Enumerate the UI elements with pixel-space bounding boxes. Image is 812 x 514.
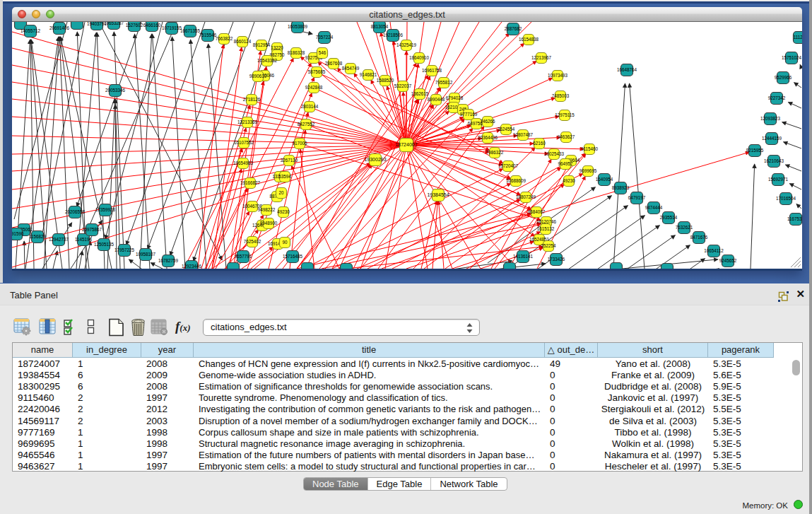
svg-text:5322037: 5322037 [394, 83, 412, 88]
svg-text:19300293: 19300293 [364, 157, 386, 162]
svg-text:18807249: 18807249 [516, 194, 536, 199]
svg-text:20: 20 [278, 190, 284, 195]
svg-text:1588520: 1588520 [377, 78, 394, 83]
svg-text:6466160: 6466160 [143, 23, 161, 28]
svg-text:10958107: 10958107 [136, 252, 156, 257]
svg-text:1145194: 1145194 [75, 237, 93, 242]
svg-text:12213369: 12213369 [237, 119, 258, 124]
svg-text:2718126: 2718126 [243, 97, 261, 102]
svg-text:10025433: 10025433 [544, 151, 565, 156]
svg-text:2867608: 2867608 [325, 61, 343, 66]
svg-text:9657791: 9657791 [235, 254, 252, 259]
svg-text:7986322: 7986322 [486, 150, 504, 155]
svg-text:15751024: 15751024 [782, 55, 802, 60]
svg-text:20691406: 20691406 [49, 25, 70, 30]
svg-text:16543382: 16543382 [257, 58, 278, 63]
svg-text:17957225: 17957225 [114, 247, 135, 252]
svg-text:964957: 964957 [558, 161, 573, 166]
svg-text:62160: 62160 [533, 141, 546, 146]
svg-text:9699695: 9699695 [579, 168, 597, 173]
svg-text:12093823: 12093823 [760, 116, 781, 121]
svg-text:6794028: 6794028 [446, 95, 464, 100]
svg-text:15692971: 15692971 [768, 177, 789, 182]
svg-text:20206558: 20206558 [65, 209, 86, 214]
svg-text:9684067: 9684067 [528, 209, 546, 214]
svg-text:10688609: 10688609 [506, 178, 526, 183]
svg-text:2803144: 2803144 [301, 104, 319, 109]
svg-text:9777169: 9777169 [460, 112, 478, 117]
svg-text:16107552: 16107552 [234, 140, 254, 145]
svg-text:19218506: 19218506 [383, 33, 404, 37]
svg-text:15716485: 15716485 [283, 254, 303, 259]
svg-text:10973493: 10973493 [548, 73, 568, 78]
svg-text:1615132: 1615132 [537, 226, 555, 231]
svg-text:12444159: 12444159 [762, 136, 782, 141]
svg-text:3267130: 3267130 [281, 158, 298, 163]
svg-text:15720407: 15720407 [498, 163, 519, 168]
svg-text:7632621: 7632621 [676, 225, 693, 230]
svg-text:14136141: 14136141 [513, 254, 534, 259]
svg-text:11120: 11120 [794, 35, 802, 40]
svg-text:49230: 49230 [563, 178, 575, 183]
svg-text:17359928: 17359928 [95, 207, 116, 212]
svg-text:12942737: 12942737 [49, 237, 69, 242]
svg-text:19654983: 19654983 [233, 160, 254, 165]
svg-text:1733426: 1733426 [548, 257, 565, 262]
svg-text:9146821: 9146821 [360, 72, 377, 77]
svg-text:8912954: 8912954 [253, 42, 271, 47]
svg-text:17016504: 17016504 [776, 196, 796, 201]
svg-text:16671355: 16671355 [180, 28, 201, 33]
svg-text:917006: 917006 [292, 141, 307, 146]
svg-text:12213967: 12213967 [531, 55, 552, 60]
svg-text:16961758: 16961758 [422, 68, 442, 73]
svg-text:2887682: 2887682 [505, 26, 522, 31]
svg-text:10807487: 10807487 [513, 132, 534, 137]
svg-text:9529966: 9529966 [775, 75, 792, 80]
svg-text:5875685: 5875685 [308, 69, 326, 74]
svg-text:1156829: 1156829 [29, 234, 47, 239]
svg-text:7625402: 7625402 [244, 239, 261, 244]
svg-text:20053346: 20053346 [105, 88, 126, 93]
svg-text:19384554: 19384554 [427, 192, 449, 197]
svg-text:391590: 391590 [12, 231, 24, 236]
svg-text:1362615: 1362615 [411, 91, 429, 96]
svg-text:9227342: 9227342 [768, 95, 786, 100]
svg-text:18640910: 18640910 [409, 55, 430, 60]
svg-text:9890610: 9890610 [249, 74, 267, 78]
svg-text:53594: 53594 [278, 174, 291, 179]
svg-text:7357224: 7357224 [316, 35, 334, 40]
svg-text:10653287: 10653287 [104, 22, 124, 25]
svg-text:16782759: 16782759 [158, 258, 179, 263]
svg-text:9463627: 9463627 [558, 134, 575, 139]
svg-text:16053809: 16053809 [288, 24, 308, 29]
svg-text:8813054: 8813054 [371, 24, 389, 29]
svg-text:8454749: 8454749 [342, 66, 360, 71]
svg-text:1640954: 1640954 [596, 177, 613, 182]
svg-text:18724007: 18724007 [395, 142, 417, 147]
svg-text:8186328: 8186328 [288, 50, 305, 55]
svg-text:8660124: 8660124 [234, 39, 252, 44]
svg-text:8948900: 8948900 [260, 221, 278, 226]
svg-text:16648764: 16648764 [617, 67, 637, 72]
svg-text:9242848: 9242848 [305, 85, 323, 90]
svg-text:19166827: 19166827 [240, 180, 261, 185]
svg-text:1527602: 1527602 [126, 23, 143, 28]
svg-text:12505135: 12505135 [94, 242, 114, 247]
svg-text:12975115: 12975115 [555, 112, 575, 117]
svg-text:90: 90 [282, 240, 288, 245]
svg-text:7663822: 7663822 [216, 36, 233, 41]
svg-text:16210643: 16210643 [764, 158, 784, 163]
svg-text:7955812: 7955812 [435, 80, 453, 85]
svg-text:7515546: 7515546 [199, 33, 217, 37]
svg-text:49230: 49230 [277, 209, 290, 214]
svg-text:20364436: 20364436 [478, 135, 498, 140]
svg-text:8471676: 8471676 [690, 235, 708, 240]
svg-text:9474444: 9474444 [645, 205, 663, 210]
svg-text:1167533: 1167533 [787, 216, 802, 221]
svg-text:7485003: 7485003 [552, 93, 570, 98]
svg-text:12923446: 12923446 [182, 264, 202, 269]
svg-text:14055712: 14055712 [20, 28, 41, 33]
svg-text:546: 546 [319, 50, 326, 55]
svg-text:10654112: 10654112 [704, 248, 724, 253]
svg-text:20975867: 20975867 [82, 227, 102, 232]
